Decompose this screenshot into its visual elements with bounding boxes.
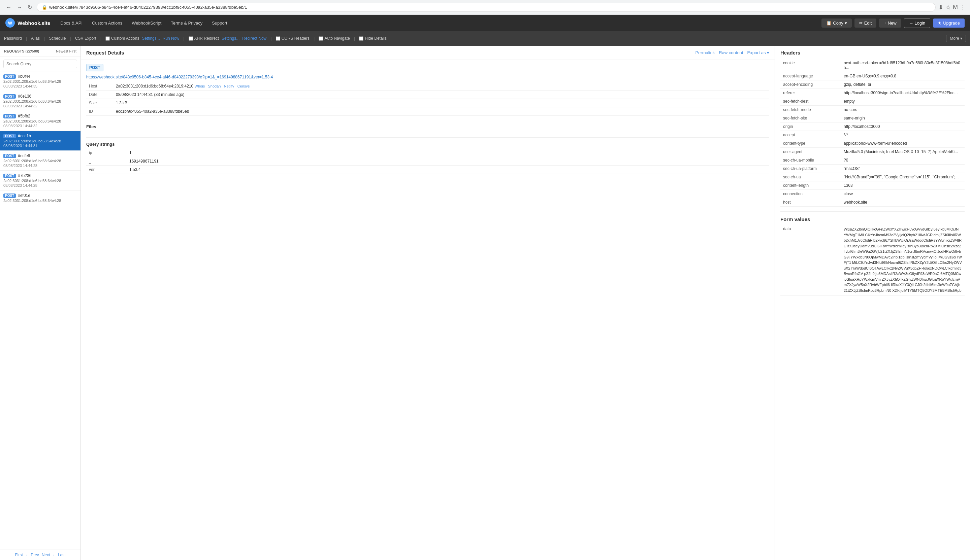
edit-button[interactable]: ✏ Edit xyxy=(855,18,876,28)
xhr-redirect-checkbox[interactable] xyxy=(189,36,193,41)
copy-button[interactable]: 📋 Copy ▾ xyxy=(821,18,851,28)
nav-custom-actions[interactable]: Custom Actions xyxy=(87,15,127,31)
header-row: accept-encoding gzip, deflate, br xyxy=(780,80,965,89)
header-key: host xyxy=(780,198,841,207)
list-item[interactable]: POST #b0f44 2a02:3031:208:d1d6:bd68:64e4… xyxy=(0,72,80,91)
auto-navigate-checkbox[interactable] xyxy=(319,36,323,41)
header-key: referer xyxy=(780,89,841,97)
last-page-button[interactable]: Last xyxy=(58,553,66,557)
upgrade-button[interactable]: ★ Upgrade xyxy=(933,18,965,28)
toolbar-sep5: | xyxy=(183,36,184,41)
header-row: host webhook.site xyxy=(780,198,965,207)
app-nav: W Webhook.site Docs & API Custom Actions… xyxy=(0,15,970,31)
whois-link[interactable]: Whois xyxy=(195,84,205,88)
header-value: "Not/A)Brand";v="99", "Google Chrome";v=… xyxy=(841,173,965,182)
header-row: sec-ch-ua-mobile ?0 xyxy=(780,156,965,165)
profile-icon[interactable]: M xyxy=(953,4,958,11)
toolbar-schedule[interactable]: Schedule xyxy=(49,36,66,41)
more-button[interactable]: More ▾ xyxy=(946,35,966,42)
toolbar-hide-details[interactable]: Hide Details xyxy=(359,36,386,41)
raw-content-link[interactable]: Raw content xyxy=(719,50,743,55)
query-strings-table: ip 1 _ 1691498671191 ver 1.53.4 xyxy=(86,149,769,174)
toolbar-custom-actions[interactable]: Custom Actions Settings... Run Now xyxy=(105,36,179,41)
netlify-link[interactable]: Netlify xyxy=(224,84,234,88)
toolbar-xhr-redirect[interactable]: XHR Redirect Settings... Redirect Now xyxy=(189,36,267,41)
list-item[interactable]: POST #ecfe6 2a02:3031:208:d1d6:bd68:64e4… xyxy=(0,151,80,171)
back-button[interactable]: ← xyxy=(4,3,13,12)
toolbar-csv-export[interactable]: CSV Export xyxy=(75,36,96,41)
cors-checkbox[interactable] xyxy=(276,36,280,41)
address-bar[interactable]: 🔒 webhook.site/#!/843c9506-b845-4ce4-af4… xyxy=(37,3,936,12)
list-item[interactable]: POST #7b236 2a02:3031:208:d1d6:bd68:64e4… xyxy=(0,171,80,190)
list-item[interactable]: POST #ef01e 2a02:3031:208:d1d6:bd68:64e4… xyxy=(0,190,80,206)
request-url: https://webhook.site/843c9506-b845-4ce4-… xyxy=(86,75,769,79)
plus-icon: + xyxy=(884,20,886,25)
permalink-link[interactable]: Permalink xyxy=(695,50,715,55)
nav-webhookscript[interactable]: WebhookScript xyxy=(127,15,166,31)
nav-docs[interactable]: Docs & API xyxy=(55,15,87,31)
login-button[interactable]: → Login xyxy=(904,18,930,28)
nav-support[interactable]: Support xyxy=(207,15,232,31)
next-page-button[interactable]: Next → xyxy=(42,553,55,557)
menu-icon[interactable]: ⋮ xyxy=(960,4,966,11)
nav-terms[interactable]: Terms & Privacy xyxy=(166,15,207,31)
hide-details-checkbox[interactable] xyxy=(359,36,363,41)
size-row: Size 1.3 kB xyxy=(86,99,769,107)
request-time: 08/08/2023 14:44:35 xyxy=(3,84,77,88)
toolbar-settings1[interactable]: Settings... xyxy=(142,36,160,41)
request-details-title: Request Details xyxy=(86,50,124,55)
request-ip: 2a02:3031:208:d1d6:bd68:64e4:28 xyxy=(3,79,77,83)
list-item[interactable]: POST #6e136 2a02:3031:208:d1d6:bd68:64e4… xyxy=(0,91,80,111)
shodan-link[interactable]: Shodan xyxy=(208,84,221,88)
search-input[interactable] xyxy=(3,60,77,68)
size-value: 1.3 kB xyxy=(113,99,769,107)
qs-key: ver xyxy=(86,165,127,174)
sort-order[interactable]: Newest First xyxy=(56,49,77,53)
right-panel: Headers cookie next-auth.csrf-token=9d1d… xyxy=(774,46,970,560)
id-value: ecc1bf9c-f055-40a2-a35e-a3388fdbe5eb xyxy=(113,107,769,116)
list-item[interactable]: POST #5bfb2 2a02:3031:208:d1d6:bd68:64e4… xyxy=(0,111,80,131)
request-id: #ecc1b xyxy=(18,133,31,138)
custom-actions-checkbox[interactable] xyxy=(105,36,110,41)
date-label: Date xyxy=(86,90,113,99)
list-item[interactable]: POST #ecc1b 2a02:3031:208:d1d6:bd68:64e4… xyxy=(0,131,80,151)
toolbar-sep8: | xyxy=(354,36,355,41)
header-value: "macOS" xyxy=(841,165,965,173)
request-time: 08/08/2023 14:44:32 xyxy=(3,124,77,128)
request-id: #ecfe6 xyxy=(18,153,30,158)
header-key: sec-fetch-site xyxy=(780,114,841,122)
bookmark-icon[interactable]: ☆ xyxy=(945,4,951,11)
toolbar-alias[interactable]: Alias xyxy=(31,36,40,41)
toolbar-settings2[interactable]: Settings... xyxy=(222,36,239,41)
reload-button[interactable]: ↻ xyxy=(25,3,34,12)
extensions-icon[interactable]: ⬇ xyxy=(938,4,943,11)
form-data-value: W3siZXZlbnQiOiIkcGFnZWxlYXZlIiwicHJvcGVy… xyxy=(844,227,962,294)
header-row: content-type application/x-www-form-urle… xyxy=(780,139,965,148)
toolbar-sep1: | xyxy=(26,36,27,41)
header-value: application/x-www-form-urlencoded xyxy=(841,139,965,148)
date-row: Date 08/08/2023 14:44:31 (33 minutes ago… xyxy=(86,90,769,99)
toolbar-auto-navigate[interactable]: Auto Navigate xyxy=(319,36,350,41)
toolbar-redirect-now[interactable]: Redirect Now xyxy=(242,36,266,41)
export-as-dropdown[interactable]: Export as ▾ xyxy=(747,50,769,55)
toolbar-sep3: | xyxy=(70,36,71,41)
toolbar-password[interactable]: Password xyxy=(4,36,22,41)
new-button[interactable]: + New xyxy=(879,18,901,28)
request-ip: 2a02:3031:208:d1d6:bd68:64e4:28 xyxy=(3,159,77,163)
censys-link[interactable]: Censys xyxy=(237,84,250,88)
form-data-row: data W3siZXZlbnQiOiIkcGFnZWxlYXZlIiwicHJ… xyxy=(780,225,965,296)
browser-actions[interactable]: ⬇ ☆ M ⋮ xyxy=(938,4,966,11)
forward-button[interactable]: → xyxy=(15,3,24,12)
header-key: accept-encoding xyxy=(780,80,841,89)
login-icon: → xyxy=(909,20,913,25)
header-row: sec-fetch-site same-origin xyxy=(780,114,965,122)
edit-icon: ✏ xyxy=(859,20,863,25)
id-row: ID ecc1bf9c-f055-40a2-a35e-a3388fdbe5eb xyxy=(86,107,769,116)
form-data-key: data xyxy=(780,225,841,296)
request-detail-body: POST https://webhook.site/843c9506-b845-… xyxy=(81,60,774,178)
toolbar-run-now[interactable]: Run Now xyxy=(163,36,179,41)
prev-page-button[interactable]: ← Prev xyxy=(25,553,39,557)
first-page-button[interactable]: First xyxy=(15,553,23,557)
browser-nav[interactable]: ← → ↻ xyxy=(4,3,34,12)
toolbar-cors[interactable]: CORS Headers xyxy=(276,36,309,41)
